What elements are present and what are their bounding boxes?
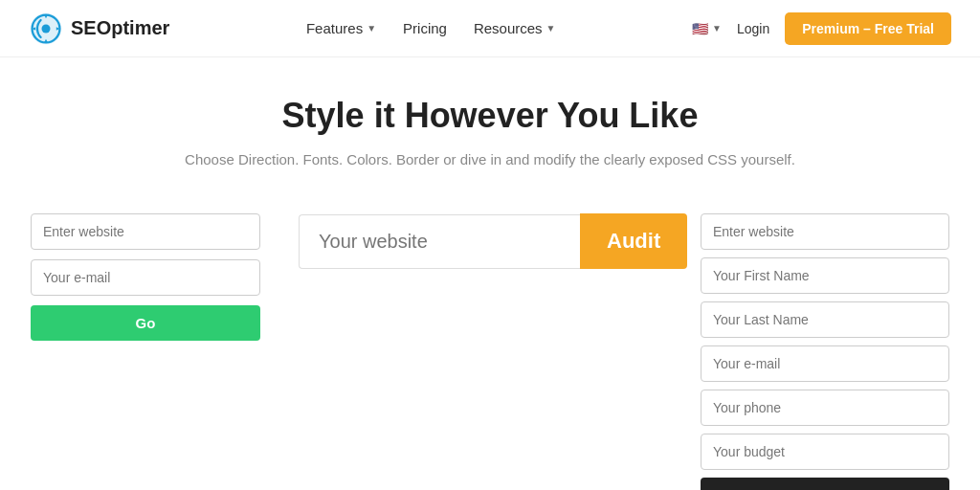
main-content: Style it However You Like Choose Directi… [0,57,980,490]
logo-icon [29,11,63,46]
form-center: Audit [299,213,662,269]
nav-center: Features ▼ Pricing Resources ▼ [306,20,556,36]
logo-area: SEOptimer [29,11,169,46]
form-left: Go [31,213,260,341]
right-email-input[interactable] [701,345,949,382]
features-dropdown-arrow: ▼ [367,23,376,33]
hero-subtitle: Choose Direction. Fonts. Colors. Border … [19,151,961,167]
hero-title: Style it However You Like [19,96,961,136]
right-lastname-input[interactable] [701,301,949,338]
premium-button[interactable]: Premium – Free Trial [785,12,951,45]
right-firstname-input[interactable] [701,257,949,294]
resources-dropdown-arrow: ▼ [546,23,556,33]
svg-point-1 [42,24,51,33]
logo-text: SEOptimer [71,17,169,39]
review-button[interactable]: Review My Site! [701,478,949,490]
navbar: SEOptimer Features ▼ Pricing Resources ▼… [0,0,980,57]
nav-right: 🇺🇸 ▼ Login Premium – Free Trial [692,12,951,45]
nav-pricing[interactable]: Pricing [403,20,447,36]
audit-button[interactable]: Audit [580,213,687,269]
flag-icon: 🇺🇸 [692,21,708,36]
forms-row: Go Audit Review My Site! [21,213,959,490]
go-button[interactable]: Go [31,305,260,341]
language-dropdown-arrow: ▼ [712,23,722,33]
login-button[interactable]: Login [737,21,769,36]
form-right: Review My Site! [701,213,949,490]
center-website-input[interactable] [299,214,580,269]
nav-resources[interactable]: Resources ▼ [474,20,556,36]
right-budget-input[interactable] [701,434,949,470]
right-website-input[interactable] [701,213,949,250]
right-phone-input[interactable] [701,390,949,426]
nav-features[interactable]: Features ▼ [306,20,376,36]
left-website-input[interactable] [31,213,260,250]
language-selector[interactable]: 🇺🇸 ▼ [692,21,722,36]
left-email-input[interactable] [31,259,260,296]
